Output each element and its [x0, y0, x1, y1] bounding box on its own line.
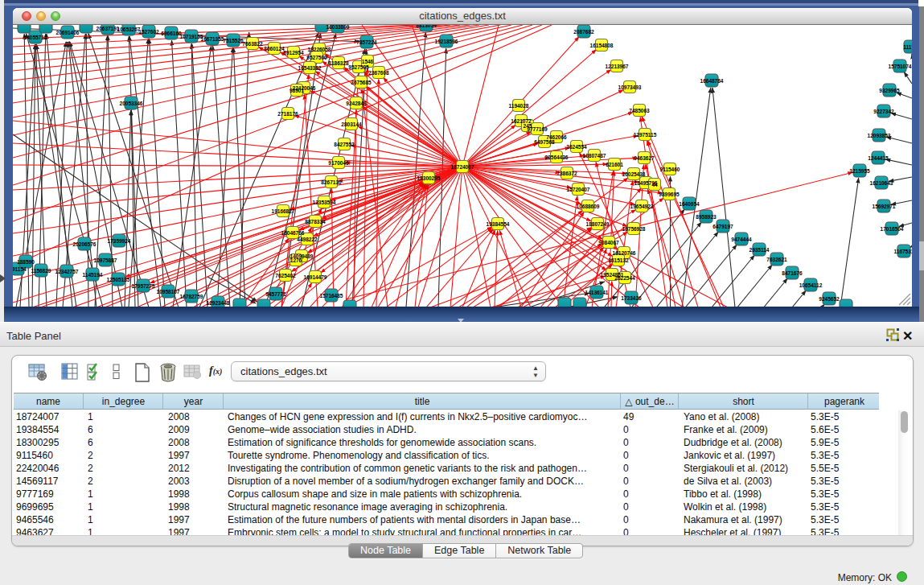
svg-text:8471676: 8471676	[782, 270, 803, 276]
svg-text:16543382: 16543382	[298, 65, 322, 71]
svg-text:19218596: 19218596	[435, 39, 458, 44]
svg-text:19756928: 19756928	[622, 226, 646, 232]
svg-text:8186328: 8186328	[328, 60, 349, 66]
svg-text:9227342: 9227342	[873, 109, 894, 114]
svg-text:1167531: 1167531	[894, 249, 912, 254]
svg-text:18807249: 18807249	[586, 221, 610, 227]
svg-text:3675685: 3675685	[351, 80, 372, 85]
svg-text:16648784: 16648784	[700, 78, 724, 84]
svg-text:2522544: 2522544	[614, 275, 635, 281]
svg-text:98901: 98901	[290, 88, 304, 93]
svg-text:9474444: 9474444	[731, 237, 752, 242]
svg-text:2367608: 2367608	[368, 70, 389, 76]
svg-text:12093853: 12093853	[868, 133, 891, 138]
svg-text:44: 44	[651, 182, 658, 187]
svg-text:15720407: 15720407	[567, 187, 590, 192]
svg-text:12213967: 12213967	[606, 64, 629, 69]
svg-text:8813054: 8813054	[416, 25, 437, 28]
svg-text:18300295: 18300295	[417, 175, 441, 181]
svg-text:9527500: 9527500	[306, 55, 327, 60]
svg-text:10958107: 10958107	[157, 289, 180, 295]
svg-text:16154808: 16154808	[590, 43, 614, 48]
svg-text:9170046: 9170046	[328, 160, 349, 166]
svg-text:10025438: 10025438	[622, 171, 646, 177]
svg-text:1276: 1276	[290, 257, 302, 263]
svg-text:14136141: 14136141	[585, 290, 609, 295]
svg-text:14055712: 14055712	[24, 35, 47, 40]
svg-text:9527505: 9527505	[348, 64, 369, 70]
svg-text:1194028: 1194028	[509, 103, 529, 109]
svg-text:16782759: 16782759	[180, 294, 203, 299]
svg-text:16210643: 16210643	[870, 180, 893, 186]
svg-text:8958923: 8958923	[696, 214, 717, 220]
svg-text:12353594: 12353594	[313, 200, 336, 205]
svg-text:9242848: 9242848	[346, 101, 367, 106]
svg-text:9457771: 9457771	[265, 291, 286, 297]
svg-text:18724007: 18724007	[451, 164, 474, 170]
svg-text:10653267: 10653267	[117, 27, 141, 32]
svg-text:2935114: 2935114	[749, 247, 770, 253]
svg-text:7663822: 7663822	[242, 41, 263, 47]
svg-text:20691406: 20691406	[56, 30, 80, 35]
svg-text:2718176: 2718176	[277, 111, 298, 117]
svg-text:1244415: 1244415	[868, 155, 889, 161]
svg-text:11172: 11172	[903, 44, 912, 50]
svg-text:10975887: 10975887	[94, 257, 117, 263]
svg-text:15751074: 15751074	[889, 64, 912, 69]
svg-text:3624554: 3624554	[566, 144, 587, 150]
svg-text:19384554: 19384554	[487, 221, 510, 227]
svg-text:8878334: 8878334	[305, 219, 326, 225]
svg-text:20206576: 20206576	[73, 241, 97, 247]
svg-text:1527602: 1527602	[138, 29, 159, 35]
svg-text:7625402: 7625402	[275, 273, 296, 278]
svg-text:7857224: 7857224	[356, 39, 377, 45]
svg-text:10807487: 10807487	[583, 153, 606, 159]
svg-text:15692971: 15692971	[873, 204, 896, 209]
svg-text:16033809: 16033809	[326, 25, 350, 30]
svg-text:19654923: 19654923	[630, 204, 654, 209]
svg-text:9899695: 9899695	[659, 192, 680, 197]
svg-text:16120746: 16120746	[613, 250, 636, 256]
svg-text:7386372: 7386372	[556, 171, 577, 176]
svg-text:10973493: 10973493	[618, 84, 642, 90]
svg-text:1145194: 1145194	[83, 272, 103, 278]
svg-text:2087682: 2087682	[573, 29, 594, 35]
svg-text:9115460: 9115460	[660, 167, 680, 172]
svg-text:16046766: 16046766	[281, 230, 305, 236]
svg-text:1733426: 1733426	[621, 295, 642, 301]
svg-text:15716485: 15716485	[320, 293, 343, 299]
svg-text:1546: 1546	[362, 59, 374, 64]
svg-text:8912954: 8912954	[283, 50, 304, 56]
svg-text:9777169: 9777169	[527, 126, 548, 132]
svg-text:2803144: 2803144	[341, 122, 362, 127]
svg-text:12975115: 12975115	[634, 132, 657, 138]
svg-text:4498222: 4498222	[297, 237, 318, 242]
svg-text:7515526: 7515526	[223, 38, 244, 43]
svg-text:20564436: 20564436	[545, 154, 569, 160]
svg-text:10719155: 10719155	[180, 34, 203, 39]
svg-text:16914479: 16914479	[304, 274, 327, 280]
svg-text:6479197: 6479197	[713, 224, 733, 229]
svg-text:19166827: 19166827	[272, 208, 295, 214]
svg-text:13226058: 13226058	[308, 47, 331, 52]
svg-text:1640954: 1640954	[679, 201, 700, 207]
svg-text:188590: 188590	[17, 259, 35, 265]
svg-text:9245652: 9245652	[819, 296, 840, 302]
svg-text:621601: 621601	[606, 162, 623, 167]
svg-text:8427552: 8427552	[334, 142, 355, 147]
svg-text:9329965: 9329965	[879, 88, 900, 93]
svg-text:17016504: 17016504	[881, 226, 904, 232]
svg-text:12923448: 12923448	[207, 300, 230, 306]
svg-text:20637191: 20637191	[97, 26, 120, 31]
svg-text:10654112: 10654112	[799, 282, 823, 288]
svg-text:20053346: 20053346	[120, 101, 143, 106]
svg-text:8660124: 8660124	[264, 46, 285, 51]
svg-text:1615132: 1615132	[608, 257, 629, 263]
svg-text:391154: 391154	[13, 266, 27, 272]
svg-text:12342757: 12342757	[55, 269, 79, 274]
svg-text:10688609: 10688609	[577, 204, 600, 209]
svg-text:1156829: 1156829	[31, 268, 51, 274]
svg-text:7632621: 7632621	[766, 257, 787, 262]
svg-text:6966160: 6966160	[161, 31, 182, 36]
svg-text:3215955: 3215955	[849, 168, 870, 174]
